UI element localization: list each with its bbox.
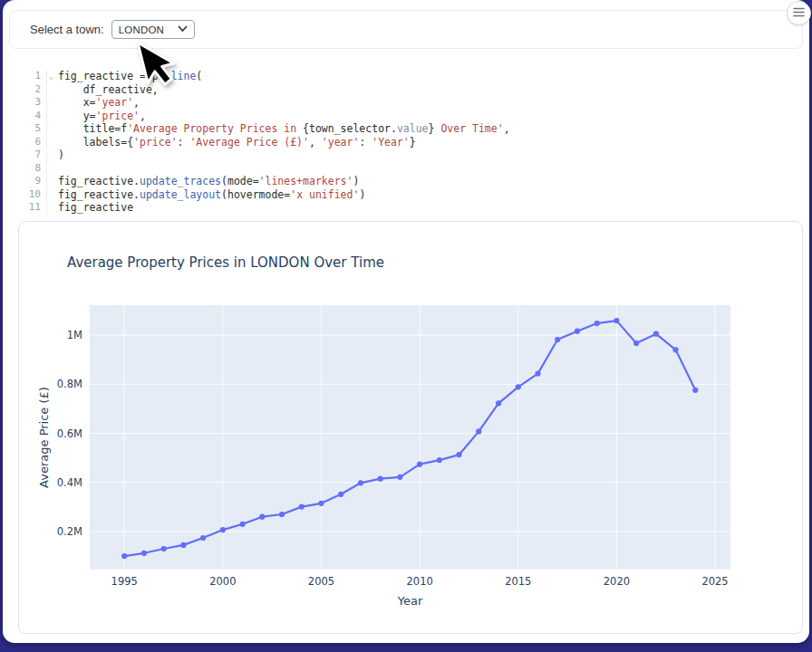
y-axis-ticks: 0.2M0.4M0.6M0.8M1M — [57, 329, 82, 538]
code-text: y='price', — [58, 110, 146, 123]
code-line: 4 y='price', — [15, 110, 793, 123]
data-point — [318, 501, 324, 506]
data-point — [692, 388, 698, 393]
line-number: 2 — [15, 83, 47, 97]
code-line: 10fig_reactive.update_layout(hovermode='… — [15, 188, 793, 202]
output-card: Average Property Prices in LONDON Over T… — [18, 221, 803, 634]
town-select-label: Select a town: — [30, 23, 104, 36]
svg-text:2020: 2020 — [604, 575, 630, 588]
line-number: 10 — [15, 188, 47, 202]
data-point — [141, 551, 147, 556]
code-text: df_reactive, — [58, 83, 159, 97]
data-point — [516, 384, 521, 389]
svg-text:0.2M: 0.2M — [57, 525, 82, 538]
x-axis-title: Year — [397, 594, 423, 608]
x-axis-ticks: 1995200020052010201520202025 — [111, 575, 729, 588]
data-point — [535, 371, 540, 377]
data-point — [121, 553, 127, 559]
line-number: 6 — [15, 136, 47, 149]
data-point — [259, 514, 265, 520]
town-select[interactable]: LONDON — [111, 20, 195, 39]
line-number: 9 — [15, 175, 47, 188]
data-point — [180, 542, 186, 548]
data-point — [299, 504, 304, 510]
data-point — [614, 318, 619, 323]
data-point — [378, 476, 383, 482]
data-point — [220, 527, 226, 532]
data-point — [575, 329, 580, 334]
y-axis-title: Average Price (£) — [37, 387, 51, 488]
svg-text:0.8M: 0.8M — [57, 378, 82, 390]
svg-text:1995: 1995 — [111, 575, 138, 588]
line-number: 3 — [15, 96, 47, 110]
data-point — [240, 522, 246, 527]
data-point — [476, 428, 481, 434]
code-text: fig_reactive — [58, 201, 133, 215]
code-text: x='year', — [58, 96, 140, 110]
code-text: fig_reactive.update_layout(hovermode='x … — [58, 188, 365, 202]
svg-text:2025: 2025 — [701, 575, 728, 588]
code-line: 7) — [15, 149, 793, 162]
svg-text:2000: 2000 — [209, 575, 236, 588]
svg-text:2015: 2015 — [505, 575, 531, 588]
data-point — [555, 337, 560, 342]
data-point — [653, 331, 659, 337]
code-text: ) — [58, 149, 64, 162]
data-point — [417, 462, 422, 467]
data-point — [437, 457, 442, 463]
code-line: 6 labels={'price': 'Average Price (£)', … — [15, 136, 793, 149]
line-number: 1⌄ — [15, 70, 47, 83]
code-line: 9fig_reactive.update_traces(mode='lines+… — [15, 175, 793, 188]
data-point — [358, 480, 363, 485]
data-point — [594, 321, 600, 326]
data-point — [200, 535, 206, 541]
svg-text:2010: 2010 — [407, 575, 433, 588]
data-point — [457, 452, 462, 457]
line-number: 8 — [15, 162, 47, 176]
code-text: fig_reactive = px.line( — [58, 70, 202, 83]
data-point — [279, 512, 285, 517]
line-number: 4 — [15, 110, 47, 123]
code-line: 1⌄fig_reactive = px.line( — [15, 70, 793, 83]
app-background: { "toolbar": { "label": "Select a town:"… — [0, 0, 812, 652]
town-select-value: LONDON — [119, 24, 164, 35]
code-line: 5 title=f'Average Property Prices in {to… — [15, 122, 793, 136]
data-point — [338, 492, 343, 497]
svg-text:1M: 1M — [67, 329, 82, 341]
svg-text:0.4M: 0.4M — [57, 476, 82, 489]
fold-icon[interactable]: ⌄ — [49, 70, 53, 83]
code-editor[interactable]: 1⌄fig_reactive = px.line(2 df_reactive,3… — [15, 70, 793, 215]
chevron-down-icon — [178, 25, 188, 34]
code-line: 8 — [15, 162, 793, 176]
hamburger-icon — [793, 6, 805, 20]
code-text: title=f'Average Property Prices in {town… — [58, 122, 510, 136]
data-point — [397, 475, 402, 480]
line-number: 7 — [15, 149, 47, 162]
svg-text:0.6M: 0.6M — [57, 427, 82, 440]
code-text: fig_reactive.update_traces(mode='lines+m… — [58, 175, 359, 188]
svg-text:2005: 2005 — [308, 575, 334, 588]
data-point — [633, 340, 639, 346]
data-point — [161, 546, 167, 551]
data-point — [496, 400, 501, 406]
notebook-card: Select a town: LONDON 1⌄fig_reactive = p… — [3, 0, 809, 643]
line-number: 11 — [15, 201, 47, 215]
chart[interactable]: 0.2M0.4M0.6M0.8M1M1995200020052010201520… — [19, 222, 802, 633]
code-text: labels={'price': 'Average Price (£)', 'y… — [58, 136, 416, 149]
code-line: 11fig_reactive — [15, 201, 793, 215]
line-number: 5 — [15, 122, 47, 136]
data-point — [673, 347, 679, 352]
toolbar: Select a town: LONDON — [9, 10, 803, 49]
code-line: 2 df_reactive, — [15, 83, 793, 97]
code-line: 3 x='year', — [15, 96, 793, 110]
menu-button[interactable] — [787, 1, 811, 25]
